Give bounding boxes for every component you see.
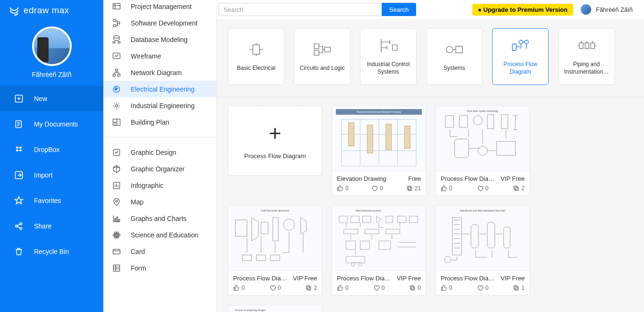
cat-label: Map [131, 198, 143, 206]
user-menu[interactable]: Fãhrèèñ Zãïñ [581, 4, 633, 15]
cat-label: Network Diagram [131, 69, 182, 76]
copy-count[interactable]: 0 [409, 285, 421, 291]
svg-rect-31 [113, 265, 119, 271]
copy-icon [513, 285, 519, 291]
star-icon [14, 196, 24, 205]
app-logo[interactable]: edraw max [0, 0, 103, 20]
svg-rect-82 [360, 241, 369, 249]
tile-label: Process Flow Diagram [495, 61, 545, 76]
svg-rect-41 [579, 43, 583, 49]
like-count[interactable]: 0 [337, 285, 349, 291]
building-icon [112, 118, 121, 127]
tile-circuits-logic[interactable]: Circuits and Logic [294, 28, 351, 85]
network-icon [112, 68, 121, 77]
tile-piping[interactable]: Piping and Instrumentation… [558, 28, 615, 85]
user-name-top: Fãhrèèñ Zãïñ [596, 6, 633, 13]
cat-wireframe[interactable]: Wireframe [103, 48, 216, 64]
cat-software-development[interactable]: Software Development [103, 15, 216, 31]
copy-count[interactable]: 21 [406, 185, 421, 192]
copy-count[interactable]: 2 [305, 285, 317, 291]
fav-count[interactable]: 0 [269, 285, 281, 291]
tile-basic-electrical[interactable]: Basic Electrical [228, 28, 284, 85]
search-input[interactable] [218, 3, 382, 16]
cat-database-modeling[interactable]: Database Modeling [103, 31, 216, 48]
nav-favorites[interactable]: Favorites [0, 188, 103, 213]
avatar-small [581, 4, 591, 15]
svg-rect-49 [404, 126, 410, 149]
new-diagram-card[interactable]: + Process Flow Diagram [228, 106, 322, 176]
template-card[interactable]: Hydrofluoric acid alkyl preparation flow… [435, 205, 530, 295]
tile-label: Basic Electrical [237, 65, 275, 72]
svg-rect-61 [515, 187, 519, 191]
fav-count[interactable]: 0 [477, 285, 489, 291]
svg-rect-9 [117, 22, 120, 24]
nav-import[interactable]: Import [0, 162, 103, 188]
thumbs-up-icon [441, 285, 447, 291]
cat-industrial-engineering[interactable]: Industrial Engineering [103, 97, 216, 114]
fav-count[interactable]: 0 [371, 185, 383, 192]
thumbnail: Steel production process [332, 206, 426, 271]
svg-rect-32 [253, 45, 259, 54]
copy-count[interactable]: 2 [513, 185, 525, 192]
copy-icon [305, 285, 312, 291]
svg-rect-37 [456, 46, 462, 53]
upgrade-button[interactable]: ● Upgrade to Premium Version [472, 4, 573, 16]
cat-card[interactable]: Card [103, 243, 216, 260]
svg-rect-46 [349, 123, 354, 146]
cat-project-management[interactable]: Project Management [103, 0, 216, 15]
svg-rect-30 [113, 249, 120, 254]
template-card[interactable]: Process for preparing nitrogen [228, 305, 322, 312]
svg-text:Hydrofluoric acid alkyl prepar: Hydrofluoric acid alkyl preparation flow… [460, 210, 506, 212]
cat-label: Science and Education [131, 231, 198, 239]
cat-graphic-organizer[interactable]: Graphic Organizer [103, 160, 216, 177]
template-card[interactable]: Process and Instrument Elevation Drawing… [332, 106, 426, 196]
like-count[interactable]: 0 [441, 285, 452, 291]
cat-electrical-engineering[interactable]: Electrical Engineering [103, 81, 216, 97]
cat-form[interactable]: Form [103, 260, 216, 276]
cat-network-diagram[interactable]: Network Diagram [103, 64, 216, 81]
fav-count[interactable]: 0 [477, 185, 489, 192]
thumbnail: Process for preparing nitrogen [228, 305, 322, 312]
nav-my-documents[interactable]: My Documents [0, 111, 103, 137]
like-count[interactable]: 0 [233, 285, 245, 291]
new-card-label: Process Flow Diagram [244, 152, 306, 160]
svg-rect-64 [235, 220, 247, 236]
svg-rect-11 [113, 42, 115, 43]
thumbnail: Coal-fired power generation [228, 206, 322, 271]
cat-graphic-design[interactable]: Graphic Design [103, 144, 216, 160]
cat-building-plan[interactable]: Building Plan [103, 114, 216, 130]
svg-rect-60 [497, 141, 516, 155]
svg-rect-65 [273, 218, 278, 241]
template-card[interactable]: Pure water system technology Process Flo… [435, 106, 530, 196]
template-card[interactable]: Steel production process Process Flow Di… [332, 205, 426, 295]
cat-map[interactable]: Map [103, 194, 216, 210]
svg-rect-89 [452, 218, 462, 255]
svg-rect-87 [410, 286, 414, 289]
heart-icon [477, 285, 484, 291]
heart-icon [269, 285, 276, 291]
cat-science-education[interactable]: Science and Education [103, 227, 216, 243]
search-button[interactable]: Search [382, 3, 416, 16]
like-count[interactable]: 0 [337, 185, 349, 192]
new-icon [14, 94, 24, 103]
template-card[interactable]: Coal-fired power generation Process Flow… [228, 205, 322, 295]
nav-recycle-bin[interactable]: Recycle Bin [0, 239, 103, 264]
tile-industrial-control[interactable]: Industrial Control Systems [360, 28, 417, 85]
avatar[interactable] [32, 26, 72, 66]
wireframe-icon [112, 51, 121, 61]
cat-graphs-charts[interactable]: Graphs and Charts [103, 210, 216, 227]
tile-systems[interactable]: Systems [426, 28, 483, 85]
fav-count[interactable]: 0 [373, 285, 385, 291]
nav-share[interactable]: Share [0, 213, 103, 239]
tile-process-flow[interactable]: Process Flow Diagram [492, 28, 549, 85]
cat-label: Industrial Engineering [131, 102, 194, 110]
svg-point-66 [284, 219, 295, 230]
svg-point-26 [116, 234, 117, 236]
like-count[interactable]: 0 [441, 185, 452, 192]
template-tag: VIP Free [397, 275, 421, 282]
nav-dropbox[interactable]: DropBox [0, 137, 103, 162]
copy-count[interactable]: 1 [513, 285, 525, 291]
svg-text:Pure water system technology: Pure water system technology [467, 110, 499, 112]
nav-new[interactable]: New [0, 86, 103, 111]
cat-infographic[interactable]: Infographic [103, 177, 216, 194]
